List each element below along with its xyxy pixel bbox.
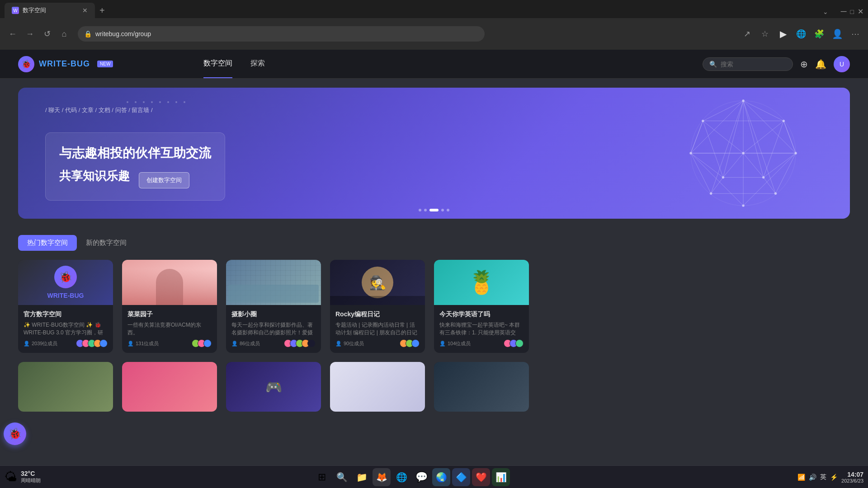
indicator-4 [441,209,444,211]
tab-bar: W 数字空间 ✕ + ⌄ ─ □ ✕ [0,0,868,18]
bookmark-icon[interactable]: ☆ [758,27,772,41]
member-avatars-rocky [402,339,420,347]
svg-point-37 [742,204,744,206]
taskbar-right: 📶 🔊 英 ⚡ 14:07 2023/6/23 [728,471,863,483]
svg-line-29 [743,121,783,153]
card-photo[interactable]: 摄影小圈 每天一起分享和探讨摄影作品、著名摄影师和自己的摄影照片！爱摄影come… [226,260,321,353]
member-count-english: 👤 104位成员 [439,340,471,347]
taskbar-globe[interactable]: 🌏 [432,468,450,486]
card-img-photo [226,260,321,305]
taskbar-windows-button[interactable]: ⊞ [313,468,331,486]
cards-grid-row1: 🐞 WRITE-BUG 官方数字空间 ✨ WRITE-BUG数字空间 ✨ 🐞 W… [0,251,868,362]
nav-digital-space[interactable]: 数字空间 [203,50,232,78]
clock: 14:07 2023/6/23 [841,471,863,483]
maximize-button[interactable]: □ [850,8,854,15]
writebug-card-name: WRITE-BUG [47,292,84,299]
card-row2-3[interactable]: 🎮 [226,362,321,412]
close-window-button[interactable]: ✕ [858,7,863,16]
address-bar[interactable]: 🔒 writebug.com/group [78,26,485,42]
tab-new-spaces[interactable]: 新的数字空间 [77,235,136,251]
svg-point-42 [722,176,724,178]
svg-line-22 [711,178,723,194]
clock-time: 14:07 [841,471,863,478]
url-display: writebug.com/group [95,30,151,38]
tab-list-button[interactable]: ⌄ [823,8,828,15]
card-row2-img-2 [122,362,217,412]
logo-text: WRITE-BUG [39,59,90,69]
card-garden[interactable]: 菜菜园子 一些有关算法竞赛OI/ACM的东西。 👤 131位成员 [122,260,217,353]
input-lang[interactable]: 英 [820,473,826,481]
toolbar-actions: ↗ ☆ ▶ 🌐 🧩 👤 ⋯ [740,27,863,41]
section-tabs: 热门数字空间 新的数字空间 [0,228,868,251]
card-row2-img-5 [434,362,529,412]
member-icon: 👤 [231,341,238,347]
taskbar-app2[interactable]: 🔷 [452,468,470,486]
card-desc-english: 快来和海狸宝一起学英语吧~ 本群有三条铁律：1. 只能使用英语交流，不要出现中.… [439,321,524,336]
card-row2-1[interactable] [18,362,113,412]
play-icon[interactable]: ▶ [776,27,790,41]
create-space-button[interactable]: 创建数字空间 [139,172,189,188]
banner-breadcrumb: / 聊天 / 代码 / 文章 / 文档 / 问答 / 留言墙 / [45,106,225,114]
card-rocky[interactable]: 🕵️ Rocky编程日记 专题活动 | 记录圈内活动日常 | 活动计划 编程日记… [330,260,425,353]
home-button[interactable]: ⌂ [57,27,71,41]
reload-button[interactable]: ↺ [40,27,54,41]
add-button[interactable]: ⊕ [800,59,808,70]
extension-icon[interactable]: 🧩 [812,27,826,41]
card-img-english: 🍍 [434,260,529,305]
card-body-official: 官方数字空间 ✨ WRITE-BUG数字空间 ✨ 🐞 WRITE-BUG 3.0… [18,305,113,353]
battery-icon: ⚡ [830,474,838,481]
svg-line-28 [703,121,743,153]
member-avatars-garden [194,339,212,347]
card-img-official: 🐞 WRITE-BUG [18,260,113,305]
indicator-2 [424,209,427,211]
back-button[interactable]: ← [5,27,20,41]
user-avatar[interactable]: U [834,56,850,72]
tab-hot-spaces[interactable]: 热门数字空间 [18,235,77,251]
clock-date: 2023/6/23 [841,478,863,483]
profile-icon[interactable]: 👤 [830,27,844,41]
floating-bubble[interactable]: 🐞 [4,422,26,445]
logo-badge: NEW [97,61,113,67]
taskbar-app3[interactable]: ❤️ [472,468,490,486]
weather-info: 32°C 周晴晴朗 [21,470,41,484]
card-row2-4[interactable] [330,362,425,412]
taskbar-app1[interactable]: 🦊 [373,468,391,486]
svg-line-25 [764,153,796,178]
card-english[interactable]: 🍍 今天你学英语了吗 快来和海狸宝一起学英语吧~ 本群有三条铁律：1. 只能使用… [434,260,529,353]
notification-icon[interactable]: 🔔 [815,59,826,70]
svg-line-4 [691,153,743,206]
card-row2-img-1 [18,362,113,412]
settings-icon[interactable]: ⋯ [848,27,863,41]
floating-element[interactable]: 🐞 [4,422,26,445]
nav-explore[interactable]: 探索 [250,50,265,78]
mini-avatar [99,339,108,347]
main-content: / 聊天 / 代码 / 文章 / 文档 / 问答 / 留言墙 / 与志趣相投的伙… [0,79,868,488]
search-input[interactable] [721,61,786,68]
card-official[interactable]: 🐞 WRITE-BUG 官方数字空间 ✨ WRITE-BUG数字空间 ✨ 🐞 W… [18,260,113,353]
search-box[interactable]: 🔍 [703,57,793,71]
svg-line-19 [703,121,723,178]
forward-button[interactable]: → [23,27,37,41]
edge-icon[interactable]: 🌐 [794,27,808,41]
active-tab[interactable]: W 数字空间 ✕ [5,3,95,18]
card-row2-2[interactable] [122,362,217,412]
volume-icon: 🔊 [809,474,816,481]
card-footer-english: 👤 104位成员 [439,339,524,347]
member-icon: 👤 [439,341,446,347]
taskbar-files-button[interactable]: 📁 [353,468,371,486]
card-row2-5[interactable] [434,362,529,412]
writebug-card-logo: 🐞 [54,266,77,288]
member-avatars-official [78,339,108,347]
taskbar-browser[interactable]: 🌐 [392,468,410,486]
share-icon[interactable]: ↗ [740,27,754,41]
tab-close-button[interactable]: ✕ [82,7,88,14]
taskbar-excel[interactable]: 📊 [492,468,510,486]
new-tab-button[interactable]: + [95,3,109,18]
taskbar-search-button[interactable]: 🔍 [333,468,351,486]
member-icon: 👤 [24,341,30,347]
minimize-button[interactable]: ─ [841,7,847,16]
tab-favicon: W [12,7,19,14]
taskbar-wechat[interactable]: 💬 [412,468,430,486]
svg-point-43 [762,176,764,178]
card-body-photo: 摄影小圈 每天一起分享和探讨摄影作品、著名摄影师和自己的摄影照片！爱摄影come… [226,305,321,353]
